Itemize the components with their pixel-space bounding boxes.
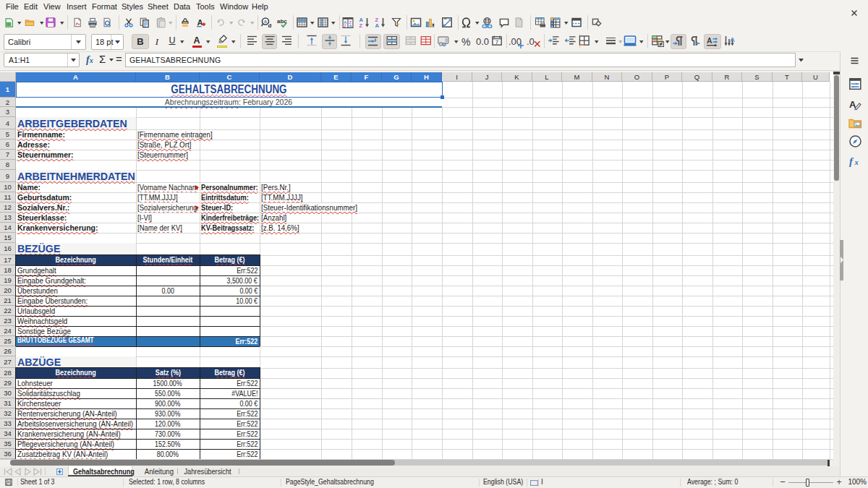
svg-text:f: f [849,155,854,167]
svg-text:a: a [264,19,267,24]
svg-text:A: A [707,37,712,45]
svg-text:x: x [854,158,859,166]
svg-text:A: A [375,22,380,29]
svg-text:A: A [197,17,203,26]
svg-text:Z: Z [344,23,346,27]
svg-text:A: A [730,35,735,43]
svg-text:7: 7 [495,39,499,46]
svg-text:Z: Z [359,22,363,29]
svg-text:d: d [268,22,272,29]
